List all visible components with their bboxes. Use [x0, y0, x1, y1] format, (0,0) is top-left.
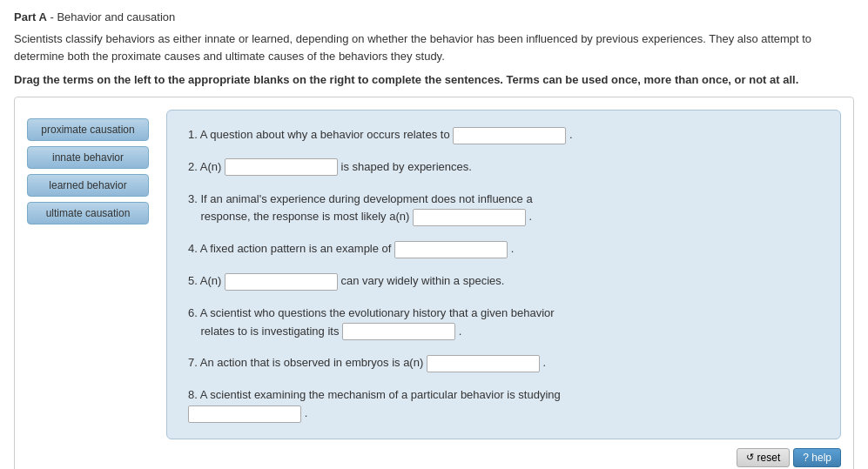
sentence-3-number: 3.	[188, 192, 198, 205]
part-separator: -	[47, 10, 57, 23]
page-container: Part A - Behavior and causation Scientis…	[0, 0, 868, 469]
blank-8[interactable]	[188, 405, 301, 423]
description-text: Scientists classify behaviors as either …	[14, 30, 815, 64]
term-ultimate-causation[interactable]: ultimate causation	[27, 202, 149, 224]
part-title: Behavior and causation	[57, 10, 175, 23]
sentence-3-text-after: .	[529, 210, 533, 223]
inner-layout: proximate causation innate behavior lear…	[27, 110, 841, 439]
sentence-1-text-after: .	[569, 128, 573, 141]
sentence-5-text-before: A(n)	[200, 274, 225, 287]
blank-3[interactable]	[413, 209, 526, 226]
reset-label: reset	[757, 452, 781, 464]
help-button[interactable]: ? help	[793, 448, 841, 467]
sentence-1-text-before: A question about why a behavior occurs r…	[200, 128, 454, 141]
sentence-6-text-after: .	[459, 325, 462, 338]
sentence-6: 6. A scientist who questions the evoluti…	[188, 305, 819, 341]
sentence-1: 1. A question about why a behavior occur…	[188, 126, 819, 144]
sentence-7-text-before: An action that is observed in embryos is…	[200, 356, 427, 369]
sentence-2: 2. A(n) is shaped by experiences.	[188, 158, 819, 177]
sentence-7-text-after: .	[543, 356, 547, 369]
sentence-2-number: 2.	[188, 160, 198, 173]
sentence-8-text-before: A scientist examining the mechanism of a…	[200, 388, 561, 401]
blank-4[interactable]	[394, 241, 508, 258]
sentence-1-number: 1.	[188, 128, 198, 141]
part-header: Part A - Behavior and causation	[14, 10, 854, 23]
sentence-8: 8. A scientist examining the mechanism o…	[188, 386, 819, 423]
sentence-7: 7. An action that is observed in embryos…	[188, 354, 819, 372]
sentence-5-text-after: can vary widely within a species.	[341, 274, 505, 287]
sentence-2-text-after: is shaped by experiences.	[341, 160, 472, 173]
sentence-4: 4. A fixed action pattern is an example …	[188, 240, 819, 258]
blank-6[interactable]	[342, 323, 455, 340]
drag-terms-panel: proximate causation innate behavior lear…	[27, 110, 166, 224]
blank-5[interactable]	[225, 273, 338, 291]
instructions-text: Drag the terms on the left to the approp…	[14, 73, 815, 86]
reset-button[interactable]: ↺ reset	[737, 448, 791, 467]
blank-7[interactable]	[427, 355, 540, 372]
sentence-8-number: 8.	[188, 388, 198, 401]
help-label: ? help	[803, 452, 831, 464]
sentence-4-number: 4.	[188, 242, 198, 255]
sentence-4-text-before: A fixed action pattern is an example of	[200, 242, 394, 255]
term-innate-behavior[interactable]: innate behavior	[27, 146, 149, 169]
sentence-6-number: 6.	[188, 306, 198, 319]
sentence-2-text-before: A(n)	[200, 160, 225, 173]
activity-area: proximate causation innate behavior lear…	[14, 97, 854, 469]
term-proximate-causation[interactable]: proximate causation	[27, 118, 149, 141]
footer-buttons: ↺ reset ? help	[27, 448, 841, 467]
sentence-8-text-after: .	[305, 406, 308, 419]
term-learned-behavior[interactable]: learned behavior	[27, 174, 149, 197]
sentence-5-number: 5.	[188, 274, 198, 287]
blank-1[interactable]	[453, 127, 566, 144]
sentences-panel: 1. A question about why a behavior occur…	[166, 110, 841, 439]
reset-icon: ↺	[746, 452, 754, 463]
sentence-3: 3. If an animal's experience during deve…	[188, 191, 819, 227]
sentence-5: 5. A(n) can vary widely within a species…	[188, 272, 819, 291]
sentence-7-number: 7.	[188, 356, 198, 369]
blank-2[interactable]	[225, 158, 338, 176]
part-label: Part A	[14, 10, 47, 23]
sentence-4-text-after: .	[511, 242, 515, 255]
